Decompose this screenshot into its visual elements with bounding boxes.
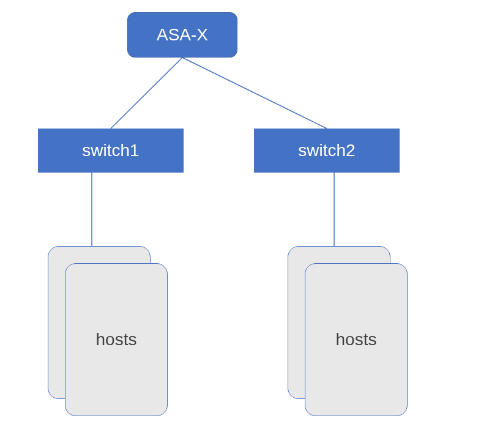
line-asa-to-switch1 xyxy=(111,58,182,129)
asa-label: ASA-X xyxy=(157,25,208,45)
switch2-label: switch2 xyxy=(298,141,355,160)
switch1-label: switch1 xyxy=(82,141,139,160)
hosts2-label: hosts xyxy=(336,330,377,349)
hosts1-label: hosts xyxy=(96,330,137,349)
switch1-node: switch1 xyxy=(38,129,184,173)
switch2-node: switch2 xyxy=(254,129,400,173)
diagram-canvas: ASA-X switch1 switch2 hosts hosts xyxy=(0,0,481,448)
hosts1-card-front: hosts xyxy=(65,263,168,416)
hosts2-card-front: hosts xyxy=(305,263,408,416)
asa-node: ASA-X xyxy=(127,12,237,58)
line-asa-to-switch2 xyxy=(182,58,327,129)
